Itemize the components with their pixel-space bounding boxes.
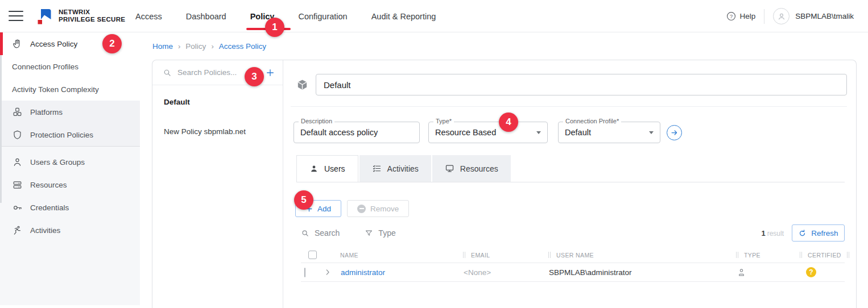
go-to-connection-profile-button[interactable]	[667, 125, 682, 140]
nav-configuration[interactable]: Configuration	[298, 0, 347, 32]
annotation-badge-1: 1	[265, 18, 284, 37]
help-icon: ?	[726, 11, 736, 21]
description-field[interactable]: Description Default access policy	[294, 122, 420, 143]
column-resize-handle[interactable]	[847, 252, 849, 258]
table-search[interactable]: Search	[301, 228, 340, 238]
checklist-icon	[372, 164, 382, 173]
nav-dashboard[interactable]: Dashboard	[186, 0, 226, 32]
tab-resources[interactable]: Resources	[432, 155, 511, 182]
top-nav: Access Dashboard Policy Configuration Au…	[135, 0, 436, 32]
user-type-icon	[732, 268, 782, 277]
hamburger-menu-icon[interactable]	[9, 11, 23, 21]
avatar	[773, 8, 790, 24]
tab-activities[interactable]: Activities	[359, 155, 431, 182]
sidebar-item-connection-profiles[interactable]: Connection Profiles	[0, 55, 140, 78]
certified-question-badge[interactable]: ?	[806, 267, 816, 277]
nav-audit-reporting[interactable]: Audit & Reporting	[371, 0, 436, 32]
sidebar-item-activities[interactable]: Activities	[0, 219, 140, 242]
user-name: SBPMLAB\tmalik	[795, 12, 854, 20]
table-toolbar: Search Type 1result	[301, 224, 845, 242]
policy-fields-row: Description Default access policy Type* …	[294, 122, 856, 143]
chevron-down-icon	[649, 131, 654, 134]
chevron-down-icon	[536, 131, 541, 134]
user-menu[interactable]: SBPMLAB\tmalik	[773, 8, 854, 24]
sidebar: Access Policy Connection Profiles Activi…	[0, 32, 140, 308]
header-right: ? Help SBPMLAB\tmalik	[726, 0, 854, 32]
person-icon	[12, 157, 23, 168]
users-table: NAME EMAIL USER NAME TYPE	[301, 247, 845, 282]
sidebar-item-resources[interactable]: Resources	[0, 173, 140, 196]
brand[interactable]: NETWRIX PRIVILEGE SECURE	[36, 7, 125, 25]
sidebar-scrollbar[interactable]	[0, 55, 2, 203]
expand-row-chevron-icon[interactable]	[324, 268, 336, 276]
breadcrumb-separator: ›	[211, 42, 213, 51]
help-button[interactable]: ? Help	[726, 11, 755, 21]
column-header-type[interactable]: TYPE	[732, 247, 782, 263]
column-header-name[interactable]: NAME	[336, 247, 459, 263]
column-header-user-name[interactable]: USER NAME	[544, 247, 732, 263]
key-icon	[12, 202, 23, 213]
sidebar-item-platforms[interactable]: Platforms	[0, 101, 140, 123]
column-header-email[interactable]: EMAIL	[459, 247, 544, 263]
divider	[291, 106, 847, 107]
remove-user-button[interactable]: Remove	[347, 200, 409, 217]
breadcrumb-access-policy[interactable]: Access Policy	[219, 42, 266, 51]
column-resize-handle[interactable]	[548, 252, 551, 258]
add-policy-button[interactable]	[266, 68, 275, 77]
select-all-checkbox[interactable]	[308, 251, 317, 259]
user-email: <None>	[459, 268, 544, 277]
annotation-badge-3: 3	[245, 67, 264, 86]
sidebar-item-credentials[interactable]: Credentials	[0, 196, 140, 219]
tab-users[interactable]: Users	[296, 155, 358, 182]
column-resize-handle[interactable]	[800, 252, 802, 258]
breadcrumb-policy[interactable]: Policy	[185, 42, 206, 51]
nav-access[interactable]: Access	[135, 0, 162, 32]
result-count: 1result	[761, 229, 784, 238]
user-tab-icon	[309, 164, 319, 173]
breadcrumb-separator: ›	[178, 42, 180, 51]
breadcrumb-home[interactable]: Home	[152, 42, 173, 51]
policy-list-item-new-policy[interactable]: New Policy sbpmlab.net	[152, 119, 283, 144]
row-checkbox[interactable]	[304, 268, 305, 277]
refresh-button[interactable]: Refresh	[792, 224, 845, 242]
monitor-icon	[445, 164, 454, 173]
policy-list-panel: Default New Policy sbpmlab.net	[152, 60, 283, 308]
header-divider	[764, 9, 764, 24]
shield-icon	[12, 130, 23, 140]
annotation-badge-2: 2	[102, 34, 122, 53]
policy-list-item-default[interactable]: Default	[152, 90, 283, 114]
app-header: NETWRIX PRIVILEGE SECURE Access Dashboar…	[0, 0, 868, 32]
sidebar-item-users-groups[interactable]: Users & Groups	[0, 151, 140, 173]
annotation-badge-4: 4	[499, 113, 518, 132]
users-actions: Add Remove	[295, 200, 856, 217]
policy-title-row	[296, 74, 847, 95]
hand-icon	[12, 39, 23, 49]
policy-name-input[interactable]	[316, 74, 847, 95]
table-row: administrator <None> SBPMLAB\administrat…	[301, 263, 845, 282]
filter-funnel-icon	[365, 229, 373, 238]
svg-text:?: ?	[730, 14, 733, 19]
column-header-certified[interactable]: CERTIFIED	[782, 247, 850, 263]
column-resize-handle[interactable]	[736, 252, 738, 258]
sidebar-item-activity-token-complexity[interactable]: Activity Token Complexity	[0, 78, 140, 101]
user-name-link[interactable]: administrator	[336, 268, 459, 277]
policy-detail-panel: Description Default access policy Type* …	[283, 60, 856, 308]
table-header: NAME EMAIL USER NAME TYPE	[301, 247, 845, 263]
breadcrumb: Home › Policy › Access Policy	[152, 42, 266, 51]
server-icon	[12, 180, 23, 190]
user-account-name: SBPMLAB\administrator	[544, 268, 732, 277]
cubes-icon	[12, 107, 23, 118]
search-icon	[301, 229, 309, 238]
connection-profile-select[interactable]: Connection Profile* Default	[558, 122, 660, 143]
table-type-filter[interactable]: Type	[365, 228, 395, 238]
detail-tabs: Users Activities	[296, 155, 845, 182]
netwrix-logo-icon	[36, 7, 53, 25]
access-policy-card: Default New Policy sbpmlab.net	[152, 60, 857, 308]
column-resize-handle[interactable]	[463, 252, 465, 258]
annotation-badge-5: 5	[294, 190, 313, 210]
type-select[interactable]: Type* Resource Based	[428, 122, 548, 143]
sidebar-item-protection-policies[interactable]: Protection Policies	[0, 123, 140, 146]
search-icon	[163, 68, 172, 77]
runner-icon	[12, 225, 23, 236]
package-icon	[296, 78, 309, 91]
